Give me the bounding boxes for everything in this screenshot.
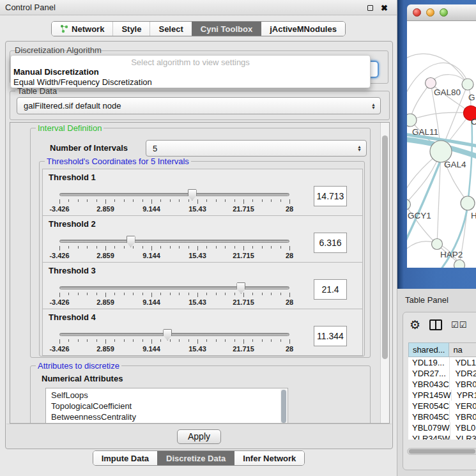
table-header-row: shared... na xyxy=(408,342,476,357)
table-panel-toolbar: ⚙︎ ☑︎☑︎ xyxy=(410,316,467,333)
threshold-1-value-field[interactable]: 14.713 xyxy=(314,186,347,206)
tab-jactivemnodules[interactable]: jActiveMNodules xyxy=(261,22,345,36)
close-icon[interactable]: ✖ xyxy=(381,4,388,12)
table-panel-title: Table Panel xyxy=(405,295,449,305)
node-label-partial-mid: C xyxy=(471,117,476,127)
table-row[interactable]: YDR27...YDR2 xyxy=(408,368,476,379)
bottom-tabbar: Impute Data Discretize Data Infer Networ… xyxy=(0,450,397,466)
attributes-scrollbar[interactable] xyxy=(280,389,287,424)
node-label-hap2: HAP2 xyxy=(440,250,463,259)
control-panel-titlebar: Control Panel ✖ xyxy=(0,0,397,15)
tab-impute-data[interactable]: Impute Data xyxy=(93,451,157,465)
network-canvas[interactable]: GAL80 G C GAL11 GAL4 GCY1 H HAP2 xyxy=(407,21,476,268)
num-intervals-combobox[interactable]: 5 ▲▼ xyxy=(146,140,367,157)
network-graph: GAL80 G C GAL11 GAL4 GCY1 H HAP2 xyxy=(407,21,476,268)
threshold-2-value-field[interactable]: 6.316 xyxy=(314,233,347,253)
threshold-2-box: Threshold 2 -3.4262.8599.14415.4321.7152… xyxy=(42,215,363,263)
float-window-icon[interactable] xyxy=(367,5,373,11)
table-cell: YBR0 xyxy=(449,379,476,390)
table-panel: ⚙︎ ☑︎☑︎ shared... na YDL19...YDL1YDR27..… xyxy=(403,312,476,470)
tab-label: Infer Network xyxy=(243,454,296,463)
tab-infer-network[interactable]: Infer Network xyxy=(234,451,304,465)
interval-definition-group: Interval Definition Number of Intervals … xyxy=(30,128,371,358)
algorithm-dropdown-popup: Select algorithm to view settings Manual… xyxy=(10,55,371,88)
threshold-3-value-field[interactable]: 21.4 xyxy=(314,279,347,300)
threshold-3-slider[interactable]: -3.4262.8599.14415.4321.71528 xyxy=(59,286,289,308)
table-row[interactable]: YPR145WYPR1 xyxy=(408,390,476,401)
threshold-4-slider[interactable]: -3.4262.8599.14415.4321.71528 xyxy=(59,333,289,355)
table-data-value: galFiltered.sif default node xyxy=(24,101,121,111)
control-panel: Control Panel ✖ Network Styl xyxy=(0,0,397,476)
scrollbar-thumb[interactable] xyxy=(382,135,388,359)
table-row[interactable]: YBL079WYBL0 xyxy=(408,422,476,433)
slider-ticks xyxy=(59,246,289,251)
checkbox-icons[interactable]: ☑︎☑︎ xyxy=(451,321,467,329)
table-cell: YBL0 xyxy=(450,422,476,433)
table-data-combobox[interactable]: galFiltered.sif default node ▲▼ xyxy=(17,97,381,114)
right-side: GAL80 G C GAL11 GAL4 GCY1 H HAP2 Table P… xyxy=(397,0,476,476)
close-traffic-light-icon[interactable] xyxy=(413,8,421,17)
node-table: shared... na YDL19...YDL1YDR27...YDR2YBR… xyxy=(408,342,476,440)
scrollbar-thumb[interactable] xyxy=(281,390,286,423)
tab-discretize-data[interactable]: Discretize Data xyxy=(157,451,234,465)
table-row[interactable]: YDL19...YDL1 xyxy=(408,357,476,368)
table-cell: YER0 xyxy=(449,401,476,411)
slider-track[interactable] xyxy=(59,193,289,196)
table-cell: YDR2 xyxy=(449,368,476,379)
zoom-traffic-light-icon[interactable] xyxy=(440,8,448,17)
column-header-name[interactable]: na xyxy=(449,342,476,357)
table-row[interactable]: YLR345WYLR3 xyxy=(408,433,476,440)
threshold-1-slider[interactable]: -3.4262.8599.14415.4321.71528 xyxy=(59,193,289,215)
column-header-shared-name[interactable]: shared... xyxy=(408,342,449,357)
tab-cyni-toolbox[interactable]: Cyni Toolbox xyxy=(192,22,261,36)
dropdown-option-manual[interactable]: Manual Discretization xyxy=(11,66,370,77)
threshold-label: Threshold 4 xyxy=(49,312,96,322)
node-label-gal4: GAL4 xyxy=(444,160,466,169)
attribute-list-item[interactable]: BetweennessCentrality xyxy=(51,411,288,422)
table-cell: YDL1 xyxy=(449,357,476,368)
attribute-list-item[interactable]: SelfLoops xyxy=(51,390,288,401)
gear-icon[interactable]: ⚙︎ xyxy=(410,319,420,331)
slider-track[interactable] xyxy=(59,333,289,336)
node-label-partial-low: H xyxy=(471,211,476,220)
network-window-titlebar xyxy=(407,4,476,21)
table-data-group: Table Data galFiltered.sif default node … xyxy=(10,91,390,120)
table-panel-section: Table Panel ⚙︎ ☑︎☑︎ shared... na YDL19..… xyxy=(397,289,476,476)
tab-label: jActiveMNodules xyxy=(270,24,337,34)
attributes-group: Attributes to discretize Numerical Attri… xyxy=(30,365,371,424)
apply-band: Apply xyxy=(6,424,392,449)
slider-tick-labels: -3.4262.8599.14415.4321.71528 xyxy=(59,298,289,306)
threshold-4-value-field[interactable]: 11.344 xyxy=(314,326,347,346)
settings-vertical-scrollbar[interactable] xyxy=(380,123,389,423)
table-cell: YLR3 xyxy=(450,433,476,440)
attributes-list[interactable]: SelfLoopsTopologicalCoefficientBetweenne… xyxy=(45,388,288,424)
table-cell: YPR1 xyxy=(451,390,476,401)
threshold-1-box: Threshold 1 -3.4262.8599.14415.4321.7152… xyxy=(42,169,363,216)
scrollbar-thumb[interactable] xyxy=(409,449,475,454)
table-horizontal-scrollbar[interactable] xyxy=(407,448,476,455)
tab-select[interactable]: Select xyxy=(150,22,191,36)
minimize-traffic-light-icon[interactable] xyxy=(426,8,434,17)
panel-title: Control Panel xyxy=(0,3,56,12)
dropdown-option-equal-width[interactable]: Equal Width/Frequency Discretization xyxy=(11,77,370,87)
tab-network[interactable]: Network xyxy=(52,22,112,36)
slider-ticks xyxy=(59,339,289,344)
attribute-list-item[interactable]: TopologicalCoefficient xyxy=(51,401,288,411)
tab-label: Select xyxy=(158,24,183,34)
slider-track[interactable] xyxy=(59,240,289,243)
interval-group-title: Interval Definition xyxy=(36,123,104,133)
slider-tick-labels: -3.4262.8599.14415.4321.71528 xyxy=(59,252,289,259)
table-row[interactable]: YBR043CYBR0 xyxy=(408,379,476,390)
split-columns-icon[interactable] xyxy=(429,319,442,330)
table-row[interactable]: YER054CYER0 xyxy=(408,401,476,411)
threshold-2-slider[interactable]: -3.4262.8599.14415.4321.71528 xyxy=(59,240,289,261)
algorithm-group-title: Discretization Algorithm xyxy=(15,45,102,55)
settings-scrollpane: Interval Definition Number of Intervals … xyxy=(10,122,390,424)
table-row[interactable]: YBR045CYBR0 xyxy=(408,411,476,422)
tab-style[interactable]: Style xyxy=(112,22,150,36)
node-label-gcy1: GCY1 xyxy=(408,211,431,220)
slider-track[interactable] xyxy=(59,286,289,289)
top-tabbar: Network Style Select Cyni Toolbox jActiv… xyxy=(0,19,397,38)
apply-button[interactable]: Apply xyxy=(177,429,221,444)
num-intervals-value: 5 xyxy=(153,144,157,153)
